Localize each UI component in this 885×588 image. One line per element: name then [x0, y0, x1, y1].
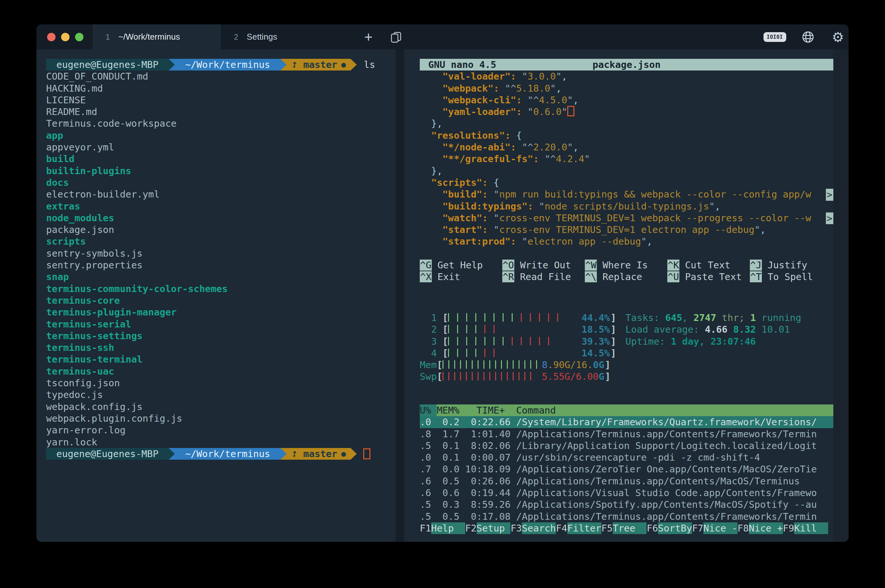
tab-label: ~/Work/terminus	[118, 32, 180, 42]
fkey-button-nice--[interactable]: Nice -	[704, 522, 738, 534]
fkey-button-sortby[interactable]: SortBy	[658, 522, 692, 534]
nano-line: "yaml-loader": "0.6.0"	[420, 106, 833, 118]
process-row[interactable]: .0 0.1 0:00.07 /usr/sbin/screencapture -…	[420, 452, 833, 463]
process-row[interactable]: .5 0.5 0:17.08 /Applications/Terminus.ap…	[420, 511, 833, 522]
meter-label: 2	[420, 324, 442, 335]
nano-line: "val-loader": "3.0.0",	[420, 70, 833, 82]
git-dirty-dot-icon: ●	[341, 448, 346, 460]
nano-shortcut-cut-text[interactable]: ^K Cut Text	[668, 259, 750, 271]
nano-shortcut-row: ^G Get Help^O Write Out^W Where Is^K Cut…	[420, 259, 833, 271]
tab-label: Settings	[247, 32, 277, 42]
pane-divider[interactable]	[396, 50, 404, 542]
process-row[interactable]: .6 0.6 0:19.44 /Applications/Visual Stud…	[420, 487, 833, 499]
prompt-segment-path: ~/Work/terminus	[175, 59, 280, 70]
file-entry: terminus-plugin-manager	[46, 306, 396, 318]
fkey-button-kill[interactable]: Kill	[794, 522, 828, 534]
shortcut-key: ^U	[668, 271, 680, 282]
nano-filename: package.json	[420, 59, 833, 70]
nano-shortcut-read-file[interactable]: ^R Read File	[502, 271, 585, 283]
shortcut-label: Exit	[432, 271, 460, 282]
terminal-content: eugene@Eugenes-MBP ~/Work/terminus maste…	[36, 50, 849, 542]
nano-shortcut-justify[interactable]: ^J Justify	[750, 259, 832, 271]
meter-row: Swp[5.55G/6.00G]	[420, 370, 833, 382]
git-dirty-dot-icon: ●	[341, 59, 346, 70]
file-entry: webpack.plugin.config.js	[46, 412, 396, 424]
process-row[interactable]: .5 0.1 8:02.06 /Library/Application Supp…	[420, 440, 833, 452]
terminal-pane-right[interactable]: package.json GNU nano 4.5 "val-loader": …	[420, 50, 833, 542]
fkey-button-help[interactable]: Help	[431, 522, 465, 534]
nano-line: "build": "npm run build:typings && webpa…	[420, 188, 833, 200]
process-row[interactable]: .5 0.3 8:59.26 /Applications/Spotify.app…	[420, 499, 833, 510]
shortcut-label: Replace	[597, 271, 642, 282]
fkey-button-setup[interactable]: Setup	[477, 522, 511, 534]
fkey-button-tree[interactable]: Tree	[613, 522, 647, 534]
htop-monitor: 1 [44.4%] 2 [18.5%] 3 [39.3%] 4 [14.5%]M…	[420, 312, 833, 382]
fkey-button-filter[interactable]: Filter	[567, 522, 602, 534]
file-entry: sentry-symbols.js	[46, 248, 396, 259]
new-tab-button[interactable]: +	[358, 24, 378, 50]
file-entry: terminus-settings	[46, 330, 396, 342]
powerline-arrow-icon	[351, 448, 357, 460]
file-entry: README.md	[46, 106, 396, 118]
nano-line: "webpack": "^5.18.0",	[420, 82, 833, 94]
close-button[interactable]	[47, 33, 56, 41]
scrollbar-gutter[interactable]	[833, 50, 849, 542]
fkey-number: F2	[465, 522, 477, 534]
nano-shortcut-to-spell[interactable]: ^T To Spell	[750, 271, 832, 283]
shortcut-label: Write Out	[514, 260, 571, 271]
maximize-button[interactable]	[75, 33, 84, 41]
shortcut-key: ^X	[420, 271, 432, 282]
prompt-segment-user: eugene@Eugenes-MBP	[46, 59, 169, 70]
shortcut-key: ^T	[750, 271, 762, 282]
window-controls	[47, 24, 84, 50]
process-row[interactable]: .6 0.5 0:26.06 /Applications/Terminus.ap…	[420, 475, 833, 487]
prompt-segment-path: ~/Work/terminus	[175, 448, 280, 460]
file-entry: terminus-core	[46, 295, 396, 306]
nano-shortcut-get-help[interactable]: ^G Get Help	[420, 259, 502, 271]
shortcut-key: ^J	[750, 260, 762, 271]
file-entry: tsconfig.json	[46, 377, 396, 389]
shell-prompt: eugene@Eugenes-MBP ~/Work/terminus maste…	[46, 59, 375, 70]
fkey-button-nice-+[interactable]: Nice +	[749, 522, 783, 534]
sort-column-header[interactable]: U%	[420, 405, 436, 416]
process-row[interactable]: .7 0.0 10:18.09 /Applications/ZeroTier O…	[420, 463, 833, 475]
nano-cursor	[567, 106, 574, 116]
powerline-arrow-icon	[169, 59, 175, 70]
serial-port-icon[interactable]: IOIOI	[764, 32, 786, 42]
fkey-number: F1	[420, 522, 431, 534]
process-row[interactable]: .8 1.7 1:01.40 /Applications/Terminus.ap…	[420, 428, 833, 440]
nano-shortcut-write-out[interactable]: ^O Write Out	[502, 259, 585, 271]
nano-shortcut-exit[interactable]: ^X Exit	[420, 271, 502, 283]
nano-shortcut-paste-text[interactable]: ^U Paste Text	[668, 271, 750, 283]
minimize-button[interactable]	[61, 33, 69, 41]
tab-settings[interactable]: 2 Settings	[221, 24, 351, 50]
shortcut-key: ^R	[502, 271, 514, 282]
stat-line: Uptime: 1 day, 23:07:46	[626, 336, 801, 347]
shortcut-key: ^\	[585, 271, 597, 282]
file-entry: appveyor.yml	[46, 141, 396, 153]
prompt-segment-git: master●	[286, 448, 351, 460]
terminal-pane-shell[interactable]: eugene@Eugenes-MBP ~/Work/terminus maste…	[36, 50, 396, 542]
nano-shortcut-replace[interactable]: ^\ Replace	[585, 271, 668, 283]
process-row[interactable]: .0 0.2 0:22.66 /System/Library/Framework…	[420, 416, 833, 428]
prompt-segment-git: master●	[286, 59, 351, 70]
nano-shortcut-where-is[interactable]: ^W Where Is	[585, 259, 668, 271]
shortcut-label: To Spell	[762, 271, 813, 282]
nano-line: "watch": "cross-env TERMINUS_DEV=1 webpa…	[420, 212, 833, 224]
nano-line: "*/node-abi": "^2.20.0",	[420, 141, 833, 153]
fkey-button-search[interactable]: Search	[522, 522, 556, 534]
powerline-arrow-icon	[280, 448, 286, 460]
settings-gear-icon[interactable]: ⚙	[830, 29, 846, 45]
globe-icon[interactable]	[801, 30, 816, 45]
shortcut-label: Read File	[514, 271, 571, 282]
nano-editor: package.json GNU nano 4.5 "val-loader": …	[420, 59, 833, 283]
meter-row: 4 [14.5%]	[420, 347, 833, 359]
column-headers[interactable]: MEM% TIME+ Command	[436, 405, 833, 416]
file-entry: terminus-serial	[46, 318, 396, 330]
nano-title-bar: package.json GNU nano 4.5	[420, 59, 833, 70]
meter-bars: 39.3%	[448, 336, 610, 347]
typed-command: ls	[364, 59, 375, 70]
powerline-arrow-icon	[169, 448, 175, 460]
split-duplicate-icon[interactable]	[388, 29, 404, 45]
tab-work-terminus[interactable]: 1 ~/Work/terminus	[93, 24, 221, 50]
